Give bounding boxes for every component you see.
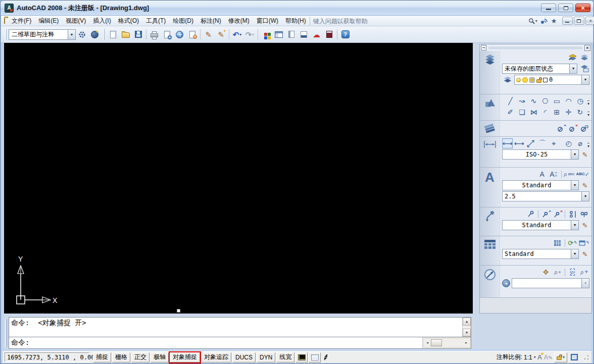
new-file-icon[interactable] [107,28,119,41]
publish-icon[interactable] [173,28,186,41]
scroll-right-icon[interactable]: ► [463,339,470,347]
current-layer-select[interactable]: 0 ▼ [514,75,589,85]
menu-tools[interactable]: 工具(T) [142,16,169,26]
menu-modify[interactable]: 修改(M) [225,16,253,26]
toggle-lineweight[interactable]: 线宽 [276,352,294,362]
text-height-select[interactable]: 2.5 ▼ [502,191,589,201]
menu-insert[interactable]: 插入(I) [89,16,114,26]
text-style-edit-icon[interactable]: ✎ [580,182,589,189]
tables-panel-icon[interactable] [480,236,500,265]
toggle-snap[interactable]: 捕捉 [93,352,111,362]
workspace-settings-icon[interactable] [76,28,88,41]
remove-leader-icon[interactable]: × [552,209,563,219]
layer-lock-icon[interactable] [536,79,541,83]
layers-panel-icon[interactable] [480,51,500,94]
table-cell-edit-icon[interactable]: ✎ [579,238,589,248]
menu-view[interactable]: 视图(V) [62,16,89,26]
status-tray-arrow-icon[interactable] [322,352,330,362]
collect-leaders-icon[interactable] [579,209,589,219]
table-style-edit-icon[interactable]: ✎ [580,250,589,258]
scroll-up-icon[interactable]: ▲ [463,318,471,326]
menu-edit[interactable]: 编辑(E) [35,16,62,26]
open-file-icon[interactable] [119,28,132,41]
arc-tool-icon[interactable]: ◠ [563,96,574,106]
dashboard-close-icon[interactable]: × [584,45,590,51]
doc-minimize-button[interactable] [562,17,573,25]
sheet-set-manager-icon[interactable] [298,28,310,41]
menu-help[interactable]: 帮助(H) [282,16,310,26]
fillet-tool-icon[interactable]: ◜ [540,107,551,117]
menu-file[interactable]: 文件(F) [8,16,35,26]
spline-tool-icon[interactable]: ∿ [528,96,539,106]
minimize-button[interactable] [541,4,556,12]
toggle-grid[interactable]: 栅格 [112,352,130,362]
multileader-style-edit-icon[interactable]: ✎ [580,222,589,229]
toggle-ortho[interactable]: 正交 [131,352,150,362]
align-leaders-icon[interactable] [567,209,578,219]
zoom-window-icon[interactable]: ⌕ [567,267,578,277]
toolbar-grip[interactable] [5,29,7,40]
rectangle-tool-icon[interactable]: ▭ [552,96,562,106]
doc-close-button[interactable]: × [585,17,594,25]
help-icon[interactable]: ? [339,28,352,41]
dashboard-grip[interactable] [488,47,582,49]
array-tool-icon[interactable]: ⊞ [552,107,562,117]
table-style-select[interactable]: Standard ▼ [502,249,579,259]
coordinates-display[interactable]: 1695.7273, 5.3110 , 0.0000 [5,352,89,362]
aligned-dimension-icon[interactable]: ⟷ [525,138,536,148]
toolbar-lock-button[interactable]: ▾ [554,352,567,362]
plot-icon[interactable] [148,28,161,41]
save-icon[interactable] [132,28,144,41]
command-scrollbar[interactable]: ▲ ▼ [462,318,471,337]
layer-isolate-icon[interactable] [502,75,513,85]
mirror-tool-icon[interactable]: ⋈ [528,107,539,117]
2d-navigate-panel-icon[interactable] [480,266,500,297]
communication-center-icon[interactable] [539,17,549,24]
linear-dimension-icon[interactable]: ⟷ [502,138,513,148]
add-leader-icon[interactable]: + [540,209,551,219]
properties-palette-icon[interactable] [260,28,272,41]
command-window-grip[interactable] [5,319,7,347]
layer-properties-manager-icon[interactable] [579,53,589,63]
menu-window[interactable]: 窗口(W) [253,16,282,26]
text-panel-icon[interactable]: A [480,168,500,207]
grip-dot[interactable] [177,309,180,313]
delete-annotation-scale-icon[interactable]: × [567,123,578,133]
annotation-visibility-icon[interactable]: A✦ [537,353,542,361]
erase-tool-icon[interactable]: ✐ [505,107,516,117]
scroll-down-icon[interactable]: ▼ [463,329,471,337]
command-hscrollbar[interactable]: ◄ ► [424,339,470,347]
dimension-row-overflow-icon[interactable]: ▾ [587,143,589,148]
clean-screen-button[interactable] [569,353,580,362]
insert-table-icon[interactable] [552,238,563,248]
drawing-canvas[interactable]: Y X [4,43,473,314]
quickcalc-icon[interactable] [323,28,335,41]
multileader-icon[interactable] [525,209,536,219]
spell-check-icon[interactable]: ABC✓ [575,169,589,179]
favorites-star-icon[interactable]: ★ [549,17,559,25]
2d-draw-panel-icon[interactable] [480,94,500,120]
menu-format[interactable]: 格式(O) [115,16,142,26]
my-workspace-icon[interactable] [88,28,101,41]
find-text-icon[interactable]: ⌕abc [564,169,575,179]
toggle-dyn[interactable]: DYN [257,352,275,362]
layout-icon[interactable] [309,352,321,362]
annotation-scale-arrow-icon[interactable]: ▾ [534,355,536,359]
close-button[interactable]: × [575,4,590,12]
restore-button[interactable] [558,4,573,12]
polyline-tool-icon[interactable]: ↝ [517,96,527,106]
annotation-autoscale-icon[interactable]: A✎ [543,353,553,361]
add-annotation-scale-icon[interactable]: + [556,123,566,133]
toolbar-grip[interactable] [103,29,105,40]
modify-row-overflow-icon[interactable]: ▾ [587,112,589,117]
layer-previous-icon[interactable] [567,53,578,63]
workspace-select[interactable]: 二维草图与注释 ▼ [9,29,76,40]
search-icon[interactable]: ▾ [527,18,539,24]
hscroll-thumb[interactable] [431,339,442,346]
layer-on-icon[interactable] [516,78,521,82]
dimensions-panel-icon[interactable] [480,137,500,167]
single-line-text-icon[interactable]: A⌶ [549,169,559,179]
layer-thaw-icon[interactable] [522,77,528,83]
dim-style-select[interactable]: ISO-25 ▼ [502,149,579,160]
plot-preview-icon[interactable] [161,28,173,41]
